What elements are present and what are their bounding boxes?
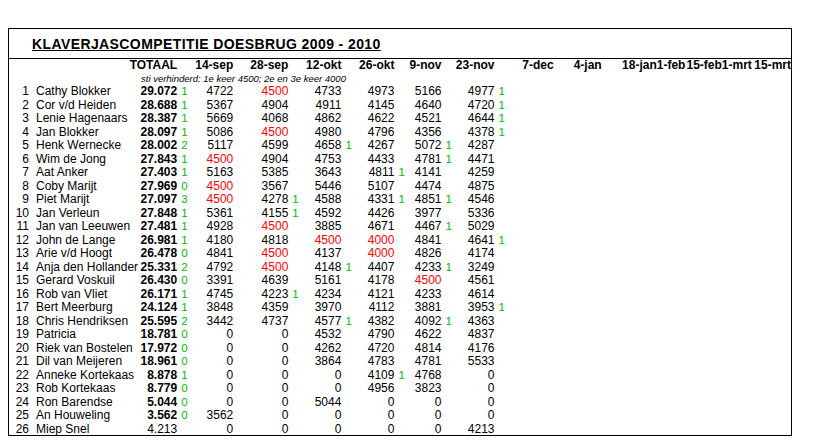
score-mark-cell: 1 [394, 166, 407, 180]
empty-score-cell [722, 85, 752, 99]
rank-cell: 1 [9, 85, 31, 99]
empty-score-cell [554, 288, 602, 302]
score-cell: 0 [246, 355, 288, 369]
empty-score-cell [602, 220, 657, 234]
score-mark-cell [394, 220, 407, 234]
score-mark-cell [341, 166, 354, 180]
score-mark-cell [495, 369, 508, 383]
score-cell: 0 [301, 369, 341, 383]
empty-score-cell [657, 234, 684, 248]
score-mark-cell: 1 [495, 301, 508, 315]
score-cell: 4000 [354, 247, 394, 261]
score-mark-cell [341, 220, 354, 234]
score-cell: 3391 [193, 274, 233, 288]
name-cell: Dil van Meijeren [31, 355, 127, 369]
name-cell: Anja den Hollander [31, 261, 127, 275]
total-mark-cell: 1 [177, 99, 193, 113]
score-mark-cell [233, 99, 246, 113]
score-mark-cell [288, 99, 301, 113]
score-mark-cell [441, 409, 454, 423]
score-cell: 4112 [354, 301, 394, 315]
score-mark-cell: 1 [394, 369, 407, 383]
score-mark-cell [288, 301, 301, 315]
score-mark-cell: 1 [341, 315, 354, 329]
empty-score-cell [684, 328, 722, 342]
score-cell: 3249 [455, 261, 495, 275]
table-row: 18Chris Hendriksen25.5952344247374577143… [9, 315, 791, 329]
score-cell: 4500 [193, 180, 233, 194]
score-mark-cell: 1 [288, 207, 301, 221]
empty-score-cell [684, 382, 722, 396]
score-cell: 4588 [301, 193, 341, 207]
total-cell: 3.562 [127, 409, 177, 423]
empty-score-cell [722, 288, 752, 302]
score-mark-cell [288, 328, 301, 342]
score-mark-cell [495, 342, 508, 356]
total-mark-cell: 1 [177, 288, 193, 302]
empty-score-cell [508, 288, 554, 302]
name-cell: Wim de Jong [31, 153, 127, 167]
name-cell: An Houweling [31, 409, 127, 423]
empty-score-cell [602, 261, 657, 275]
score-mark-cell: 1 [441, 193, 454, 207]
score-mark-cell [233, 261, 246, 275]
empty-score-cell [752, 247, 791, 261]
column-header-spacer [288, 59, 301, 73]
empty-score-cell [508, 301, 554, 315]
column-header-spacer [233, 59, 246, 73]
column-header-4-jan: 4-jan [554, 59, 602, 73]
rank-cell: 12 [9, 234, 31, 248]
score-cell: 4500 [193, 193, 233, 207]
score-mark-cell [288, 342, 301, 356]
score-mark-cell [394, 234, 407, 248]
score-cell: 0 [301, 423, 341, 437]
score-mark-cell [441, 274, 454, 288]
score-mark-cell [441, 207, 454, 221]
score-cell: 4356 [407, 126, 441, 140]
header-row: TOTAAL 14-sep28-sep12-okt26-okt9-nov23-n… [9, 59, 791, 73]
score-cell: 5669 [193, 112, 233, 126]
score-mark-cell [233, 396, 246, 410]
rank-cell: 5 [9, 139, 31, 153]
table-row: 12John de Lange26.9811418048184500400048… [9, 234, 791, 248]
total-mark-cell: 0 [177, 355, 193, 369]
empty-score-cell [602, 180, 657, 194]
score-cell: 4745 [193, 288, 233, 302]
score-cell: 4433 [354, 153, 394, 167]
empty-score-cell [752, 342, 791, 356]
empty-score-cell [752, 180, 791, 194]
column-header-28-sep: 28-sep [246, 59, 288, 73]
score-cell: 0 [246, 423, 288, 437]
name-cell: Aat Anker [31, 166, 127, 180]
score-cell: 4233 [407, 288, 441, 302]
empty-score-cell [722, 126, 752, 140]
score-mark-cell: 1 [495, 126, 508, 140]
column-header-15-feb: 15-feb [684, 59, 722, 73]
score-cell: 4904 [246, 99, 288, 113]
table-row: 8Coby Marijt27.9690450035675446510744744… [9, 180, 791, 194]
score-mark-cell [441, 180, 454, 194]
empty-score-cell [657, 247, 684, 261]
empty-score-cell [554, 153, 602, 167]
empty-score-cell [554, 193, 602, 207]
score-mark-cell [394, 207, 407, 221]
empty-score-cell [752, 99, 791, 113]
score-cell: 4378 [455, 126, 495, 140]
score-cell: 4382 [354, 315, 394, 329]
table-row: 16Rob van Vliet26.1711474542231423441214… [9, 288, 791, 302]
score-mark-cell: 1 [495, 85, 508, 99]
score-mark-cell [495, 207, 508, 221]
empty-score-cell [752, 288, 791, 302]
empty-score-cell [684, 139, 722, 153]
score-mark-cell [341, 355, 354, 369]
empty-score-cell [684, 274, 722, 288]
empty-score-cell [657, 328, 684, 342]
score-cell: 4561 [455, 274, 495, 288]
score-cell: 4262 [301, 342, 341, 356]
score-mark-cell [288, 396, 301, 410]
total-mark-cell: 0 [177, 342, 193, 356]
score-mark-cell [341, 180, 354, 194]
competition-table: TOTAAL 14-sep28-sep12-okt26-okt9-nov23-n… [9, 59, 791, 436]
score-cell: 4753 [301, 153, 341, 167]
empty-score-cell [602, 355, 657, 369]
